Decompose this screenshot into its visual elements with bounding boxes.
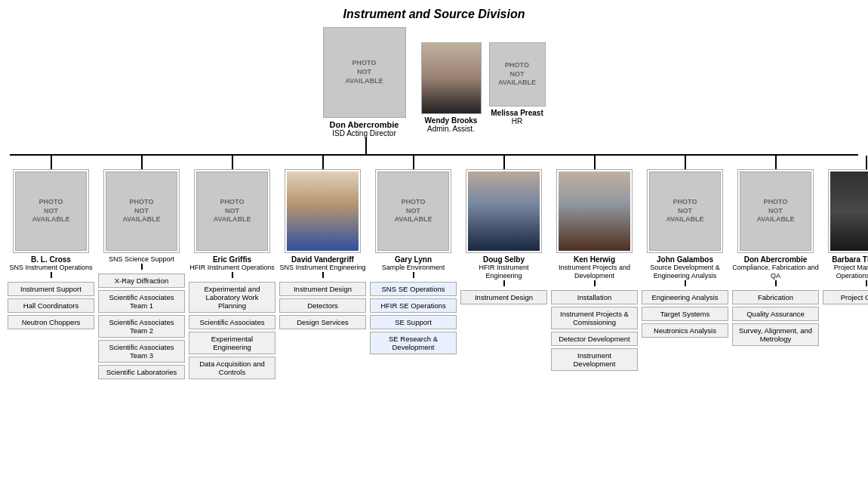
vandergriff-photo xyxy=(287,171,359,251)
director-card: PHOTONOTAVAILABLE Don Abercrombie ISD Ac… xyxy=(323,27,406,137)
thibadeau-sub-items: Project Controls xyxy=(823,290,868,304)
sub-instrument-support: Instrument Support xyxy=(8,282,94,296)
sub-exp-lab: Experimental and Laboratory Work Plannin… xyxy=(189,282,275,313)
branch-vandergriff: David Vandergriff SNS Instrument Enginee… xyxy=(279,156,366,329)
sub-project-controls: Project Controls xyxy=(823,290,868,304)
galambos-role: Source Development & Engineering Analysi… xyxy=(642,264,728,280)
branch-thibadeau: Barbara Thibadeau Project Management/ Op… xyxy=(823,156,868,304)
sub-hfir-se-ops: HFIR SE Operations xyxy=(370,298,457,313)
vandergriff-role: SNS Instrument Engineering xyxy=(279,264,365,272)
sub-detector-dev: Detector Development xyxy=(551,332,638,346)
abercrombie2-role: Compliance, Fabrication and QA xyxy=(732,264,819,280)
assistant-melissa-card: PHOTONOTAVAILABLE Melissa Preast HR xyxy=(489,42,546,133)
sub-target-systems: Target Systems xyxy=(642,307,728,321)
melissa-name: Melissa Preast xyxy=(491,109,543,117)
sub-hall-coordinators: Hall Coordinators xyxy=(8,298,94,313)
sub-xray: X-Ray Diffraction xyxy=(98,273,185,288)
sub-neutronics: Neutronics Analysis xyxy=(642,323,728,338)
melissa-role: HR xyxy=(512,117,522,125)
sub-data-acq: Data Acquisition and Controls xyxy=(189,357,275,379)
sub-instrument-design-v: Instrument Design xyxy=(279,282,366,296)
vandergriff-name: David Vandergriff xyxy=(291,255,354,264)
sns-science-sub-items: X-Ray Diffraction Scientific Associates … xyxy=(98,273,185,379)
galambos-sub-items: Engineering Analysis Target Systems Neut… xyxy=(642,290,728,338)
sub-sci-assoc-team2: Scientific Associates Team 2 xyxy=(98,315,185,338)
org-chart: Instrument and Source Division PHOTONOTA… xyxy=(0,0,868,379)
cross-sub-items: Instrument Support Hall Coordinators Neu… xyxy=(8,282,94,329)
lynn-sub-items: SNS SE Operations HFIR SE Operations SE … xyxy=(370,282,457,354)
herwig-sub-items: Installation Instrument Projects & Comis… xyxy=(551,290,638,371)
sub-survey-alignment: Survey, Alignment, and Metrology xyxy=(732,323,819,346)
main-h-connector xyxy=(10,154,858,156)
sub-design-services: Design Services xyxy=(279,315,366,329)
branch-galambos: PHOTONOTAVAILABLE John Galambos Source D… xyxy=(642,156,728,338)
griffis-role: HFIR Instrument Operations xyxy=(189,264,275,272)
sub-sci-assoc-team3: Scientific Associates Team 3 xyxy=(98,340,185,363)
sub-se-rd: SE Research & Development xyxy=(370,332,457,354)
cross-role: SNS Instrument Operations xyxy=(9,264,92,272)
cross-name: B. L. Cross xyxy=(31,255,71,264)
sub-eng-analysis: Engineering Analysis xyxy=(642,290,728,304)
herwig-role: Instrument Projects and Development xyxy=(551,264,638,280)
melissa-photo-label: PHOTONOTAVAILABLE xyxy=(498,61,536,88)
abercrombie2-photo: PHOTONOTAVAILABLE xyxy=(740,171,811,251)
photo-not-available-label: PHOTONOTAVAILABLE xyxy=(345,59,383,85)
wendy-role: Admin. Assist. xyxy=(427,125,475,133)
branch-sns-science: PHOTONOTAVAILABLE SNS Science Support X-… xyxy=(98,156,185,379)
griffis-sub-items: Experimental and Laboratory Work Plannin… xyxy=(189,282,275,379)
sub-fabrication: Fabrication xyxy=(732,290,819,304)
branch-griffis: PHOTONOTAVAILABLE Eric Griffis HFIR Inst… xyxy=(189,156,275,379)
page-title: Instrument and Source Division xyxy=(4,0,864,27)
sub-instrument-design-s: Instrument Design xyxy=(460,290,547,304)
sub-se-support: SE Support xyxy=(370,315,457,329)
sub-sci-assoc-team1: Scientific Associates Team 1 xyxy=(98,290,185,313)
director-photo: PHOTONOTAVAILABLE xyxy=(323,27,406,118)
sub-exp-eng: Experimental Engineering xyxy=(189,332,275,354)
thibadeau-photo xyxy=(830,171,868,251)
v-line-director xyxy=(0,137,864,154)
galambos-name: John Galambos xyxy=(657,255,713,264)
selby-name: Doug Selby xyxy=(483,255,525,264)
sub-detectors: Detectors xyxy=(279,298,366,313)
wendy-name: Wendy Brooks xyxy=(425,116,478,125)
galambos-photo: PHOTONOTAVAILABLE xyxy=(649,171,721,251)
lynn-photo: PHOTONOTAVAILABLE xyxy=(377,171,449,251)
sns-science-photo: PHOTONOTAVAILABLE xyxy=(106,171,177,251)
abercrombie2-name: Don Abercrombie xyxy=(744,255,808,264)
thibadeau-role: Project Management/ Operations Analysis xyxy=(823,264,868,280)
thibadeau-name: Barbara Thibadeau xyxy=(832,255,868,264)
herwig-name: Ken Herwig xyxy=(574,255,615,264)
branch-herwig: Ken Herwig Instrument Projects and Devel… xyxy=(551,156,638,371)
assistant-wendy-card: Wendy Brooks Admin. Assist. xyxy=(421,42,482,133)
branches-section: PHOTONOTAVAILABLE B. L. Cross SNS Instru… xyxy=(4,156,864,379)
vandergriff-sub-items: Instrument Design Detectors Design Servi… xyxy=(279,282,366,329)
cross-photo: PHOTONOTAVAILABLE xyxy=(15,171,87,251)
branch-abercrombie-compliance: PHOTONOTAVAILABLE Don Abercrombie Compli… xyxy=(732,156,819,346)
wendy-photo xyxy=(421,42,482,114)
selby-photo xyxy=(468,171,540,251)
sub-quality-assurance: Quality Assurance xyxy=(732,307,819,321)
lynn-role: Sample Environment xyxy=(382,264,445,272)
sub-inst-projects: Instrument Projects & Comissioning xyxy=(551,307,638,329)
branch-selby: Doug Selby HFIR Instrument Engineering I… xyxy=(460,156,547,304)
sub-installation: Installation xyxy=(551,290,638,304)
director-role: ISD Acting Director xyxy=(332,129,396,137)
melissa-photo: PHOTONOTAVAILABLE xyxy=(489,42,546,107)
director-name: Don Abercrombie xyxy=(330,120,399,129)
herwig-photo xyxy=(559,171,630,251)
sub-sns-se-ops: SNS SE Operations xyxy=(370,282,457,296)
sub-sci-assoc: Scientific Associates xyxy=(189,315,275,329)
griffis-name: Eric Griffis xyxy=(213,255,251,264)
sns-science-role: SNS Science Support xyxy=(109,255,174,264)
selby-sub-items: Instrument Design xyxy=(460,290,547,304)
griffis-photo: PHOTONOTAVAILABLE xyxy=(196,171,268,251)
lynn-name: Gary Lynn xyxy=(395,255,432,264)
branch-lynn: PHOTONOTAVAILABLE Gary Lynn Sample Envir… xyxy=(370,156,457,354)
selby-role: HFIR Instrument Engineering xyxy=(460,264,547,280)
abercrombie2-sub-items: Fabrication Quality Assurance Survey, Al… xyxy=(732,290,819,346)
assistants-group: Wendy Brooks Admin. Assist. PHOTONOTAVAI… xyxy=(421,42,546,133)
branch-cross: PHOTONOTAVAILABLE B. L. Cross SNS Instru… xyxy=(8,156,94,329)
sub-neutron-choppers: Neutron Choppers xyxy=(8,315,94,329)
sub-inst-dev: Instrument Development xyxy=(551,348,638,371)
sub-sci-labs: Scientific Laboratories xyxy=(98,365,185,379)
